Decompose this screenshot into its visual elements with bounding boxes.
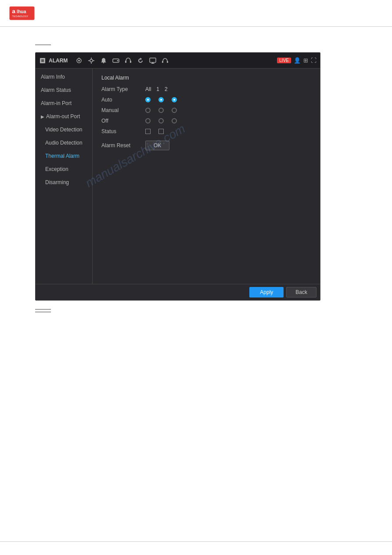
status-checkbox-group bbox=[145, 129, 164, 134]
section-title: Local Alarm bbox=[101, 75, 311, 81]
settings-toolbar-icon[interactable] bbox=[87, 56, 96, 65]
sidebar-item-disarming[interactable]: Disarming bbox=[36, 176, 92, 189]
manual-label: Manual bbox=[101, 107, 145, 113]
chevron-icon: ▶ bbox=[41, 114, 44, 119]
ui-window: ALARM bbox=[35, 52, 320, 301]
manual-radio-group bbox=[145, 108, 177, 113]
svg-rect-13 bbox=[93, 60, 94, 61]
alarm-reset-label: Alarm Reset bbox=[101, 142, 145, 149]
manual-radio-1[interactable] bbox=[158, 108, 164, 113]
sidebar: Alarm Info Alarm Status Alarm-in Port ▶ … bbox=[36, 69, 93, 284]
svg-rect-22 bbox=[162, 61, 163, 63]
user-icon[interactable]: 👤 bbox=[294, 57, 301, 64]
off-radio-2-circle bbox=[172, 118, 177, 123]
manual-radio-all-circle bbox=[145, 108, 151, 113]
svg-text:TECHNOLOGY: TECHNOLOGY bbox=[12, 15, 29, 18]
manual-radio-2-circle bbox=[172, 108, 177, 113]
col-all: All bbox=[145, 86, 151, 92]
live-badge: LIVE bbox=[277, 58, 291, 63]
manual-radio-1-circle bbox=[158, 108, 164, 113]
off-radio-all[interactable] bbox=[145, 118, 151, 123]
camera-toolbar-icon[interactable] bbox=[75, 56, 83, 65]
svg-rect-23 bbox=[167, 61, 168, 63]
monitor-toolbar-icon[interactable] bbox=[148, 56, 157, 65]
sidebar-item-alarm-in-port[interactable]: Alarm-in Port bbox=[36, 97, 92, 110]
toolbar-right: LIVE 👤 ⊞ ⛶ bbox=[277, 57, 316, 64]
main-panel: Local Alarm Alarm Type All 1 2 Auto bbox=[93, 69, 320, 284]
manual-radio-all[interactable] bbox=[145, 108, 151, 113]
auto-radio-2[interactable] bbox=[172, 97, 177, 102]
line-below-2 bbox=[35, 312, 51, 312]
sidebar-item-audio-detection[interactable]: Audio Detection bbox=[36, 136, 92, 149]
back-button[interactable]: Back bbox=[286, 287, 316, 297]
svg-rect-5 bbox=[41, 59, 44, 62]
line-1 bbox=[35, 44, 51, 45]
status-checkbox-2[interactable] bbox=[158, 129, 164, 134]
sidebar-item-thermal-alarm[interactable]: Thermal Alarm bbox=[36, 149, 92, 163]
ok-button[interactable]: OK bbox=[145, 141, 169, 150]
bell-toolbar-icon[interactable] bbox=[99, 56, 108, 65]
toolbar-title: ALARM bbox=[39, 57, 68, 64]
layout-icon[interactable]: ⊞ bbox=[303, 57, 308, 64]
headphone-toolbar-icon[interactable] bbox=[124, 56, 133, 65]
off-radio-group bbox=[145, 118, 177, 123]
manual-row: Manual bbox=[101, 107, 311, 113]
line-below-1 bbox=[35, 309, 51, 310]
lines-below bbox=[35, 309, 357, 312]
svg-text:a: a bbox=[12, 8, 16, 15]
svg-rect-14 bbox=[103, 62, 104, 63]
manual-radio-2[interactable] bbox=[172, 108, 177, 113]
alarm-type-cols: All 1 2 bbox=[145, 86, 168, 92]
bottom-bar: Apply Back bbox=[36, 284, 320, 300]
svg-point-9 bbox=[90, 59, 93, 62]
col-1: 1 bbox=[156, 86, 159, 92]
apply-button[interactable]: Apply bbox=[249, 287, 284, 297]
auto-radio-group bbox=[145, 97, 177, 102]
svg-rect-10 bbox=[91, 58, 92, 59]
off-radio-1[interactable] bbox=[158, 118, 164, 123]
status-row: Status bbox=[101, 128, 311, 134]
svg-rect-12 bbox=[88, 60, 90, 61]
svg-point-7 bbox=[78, 60, 80, 62]
auto-radio-1-circle bbox=[158, 97, 164, 102]
ui-window-container: manualsarchive.com ALARM bbox=[35, 52, 320, 301]
fullscreen-icon[interactable]: ⛶ bbox=[311, 57, 316, 64]
auto-label: Auto bbox=[101, 97, 145, 103]
svg-rect-21 bbox=[151, 63, 155, 64]
auto-radio-all[interactable] bbox=[145, 97, 151, 102]
auto-radio-2-circle bbox=[172, 97, 177, 102]
off-row: Off bbox=[101, 118, 311, 124]
status-checkbox-1[interactable] bbox=[145, 129, 151, 134]
alarm-reset-row: Alarm Reset OK bbox=[101, 141, 311, 150]
svg-point-16 bbox=[117, 60, 119, 61]
svg-rect-18 bbox=[130, 61, 131, 63]
headset-toolbar-icon[interactable] bbox=[161, 56, 169, 65]
auto-radio-1[interactable] bbox=[158, 97, 164, 102]
alarm-icon bbox=[39, 57, 46, 64]
sidebar-item-alarm-info[interactable]: Alarm Info bbox=[36, 70, 92, 83]
alarm-type-row: Alarm Type All 1 2 bbox=[101, 86, 311, 92]
logo: a lhua TECHNOLOGY bbox=[9, 4, 35, 22]
svg-rect-19 bbox=[150, 58, 156, 62]
hdd-toolbar-icon[interactable] bbox=[111, 56, 120, 65]
refresh-toolbar-icon[interactable] bbox=[136, 56, 145, 65]
off-radio-all-circle bbox=[145, 118, 151, 123]
page-content: manualsarchive.com ALARM bbox=[0, 27, 392, 332]
svg-rect-20 bbox=[152, 62, 154, 63]
status-label: Status bbox=[101, 128, 145, 134]
auto-radio-all-circle bbox=[145, 97, 151, 102]
toolbar: ALARM bbox=[36, 53, 320, 69]
off-radio-2[interactable] bbox=[172, 118, 177, 123]
page-header: a lhua TECHNOLOGY bbox=[0, 0, 392, 27]
window-body: Alarm Info Alarm Status Alarm-in Port ▶ … bbox=[36, 69, 320, 284]
sidebar-item-alarm-out-port[interactable]: ▶ Alarm-out Port bbox=[36, 110, 92, 123]
toolbar-icons bbox=[75, 56, 277, 65]
svg-text:lhua: lhua bbox=[17, 9, 26, 14]
col-2: 2 bbox=[165, 86, 168, 92]
off-radio-1-circle bbox=[158, 118, 164, 123]
svg-rect-17 bbox=[125, 61, 126, 63]
sidebar-item-video-detection[interactable]: Video Detection bbox=[36, 123, 92, 136]
sidebar-item-exception[interactable]: Exception bbox=[36, 163, 92, 176]
alarm-type-label: Alarm Type bbox=[101, 86, 145, 92]
sidebar-item-alarm-status[interactable]: Alarm Status bbox=[36, 83, 92, 97]
